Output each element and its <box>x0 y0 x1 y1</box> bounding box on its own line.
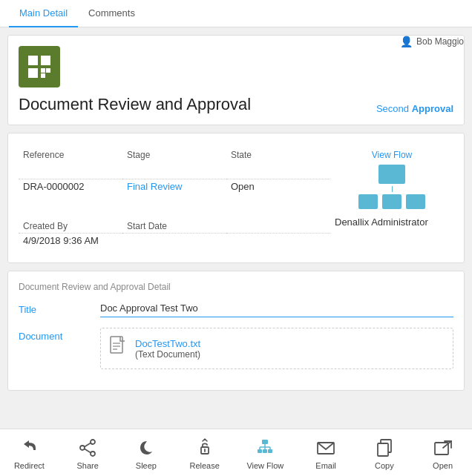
copy-button[interactable]: Copy <box>362 435 407 472</box>
svg-line-14 <box>85 449 91 453</box>
start-date-value: 4/9/2018 9:36 AM <box>19 234 122 252</box>
flow-bottom-row <box>358 194 425 209</box>
info-grid: Reference Stage State View Flow DRA-0000… <box>19 144 453 252</box>
svg-point-11 <box>91 452 95 456</box>
share-button[interactable]: Share <box>65 435 110 472</box>
release-button[interactable]: Release <box>183 435 227 472</box>
svg-rect-2 <box>28 68 38 78</box>
user-name: Bob Maggio <box>416 36 464 47</box>
svg-rect-1 <box>41 56 50 65</box>
person-icon: 👤 <box>400 36 413 47</box>
title-label: Title <box>19 301 93 315</box>
open-icon <box>432 437 454 459</box>
flow-bot-box-1 <box>358 194 378 209</box>
share-icon <box>76 437 99 459</box>
document-row: Document DocTestTwo.txt (Text Document) <box>19 328 453 369</box>
header-card: 👤 Bob Maggio Document Review and Approva… <box>7 35 465 125</box>
open-label: Open <box>433 461 453 470</box>
created-by-label: Created By <box>19 215 122 234</box>
sleep-label: Sleep <box>136 461 157 470</box>
doc-filename: DocTestTwo.txt <box>135 338 200 349</box>
title-input[interactable] <box>100 301 453 317</box>
release-icon <box>194 437 216 459</box>
spacer-value <box>122 234 226 252</box>
content-area: 👤 Bob Maggio Document Review and Approva… <box>0 27 472 429</box>
share-label: Share <box>76 461 98 470</box>
detail-card: Document Review and Approval Detail Titl… <box>7 271 465 391</box>
svg-rect-4 <box>46 68 50 73</box>
stage-value: Final Review <box>122 179 226 215</box>
flow-line <box>392 186 393 192</box>
tab-main-detail[interactable]: Main Detail <box>9 0 78 27</box>
release-label: Release <box>189 461 219 470</box>
toolbar: Redirect Share Sleep <box>0 429 472 476</box>
svg-rect-25 <box>268 449 272 453</box>
document-file-box[interactable]: DocTestTwo.txt (Text Document) <box>100 328 453 369</box>
flow-diagram <box>358 165 425 209</box>
start-date-label: Start Date <box>122 215 226 234</box>
email-button[interactable]: Email <box>304 435 348 472</box>
svg-rect-5 <box>41 73 45 78</box>
user-info: 👤 Bob Maggio <box>400 36 464 47</box>
document-label: Document <box>19 328 93 342</box>
doc-file-info: DocTestTwo.txt (Text Document) <box>135 338 200 360</box>
tab-bar: Main Detail Comments <box>0 0 472 27</box>
sleep-icon <box>135 437 157 459</box>
k2-logo <box>19 46 60 87</box>
open-button[interactable]: Open <box>421 435 465 472</box>
state-value: Open <box>226 179 330 215</box>
sleep-button[interactable]: Sleep <box>124 435 168 472</box>
redirect-icon <box>18 437 40 459</box>
copy-icon <box>373 437 396 459</box>
flow-bot-box-3 <box>406 194 425 209</box>
detail-section-title: Document Review and Approval Detail <box>19 282 453 292</box>
state-label: State <box>226 144 330 179</box>
info-card: Reference Stage State View Flow DRA-0000… <box>7 133 465 263</box>
view-flow-toolbar-icon <box>254 437 276 459</box>
document-file-icon <box>110 336 128 361</box>
view-flow-area: View Flow <box>330 144 453 215</box>
svg-rect-28 <box>378 443 388 456</box>
spacer-label <box>226 215 330 234</box>
flow-bot-box-2 <box>382 194 401 209</box>
redirect-button[interactable]: Redirect <box>7 435 51 472</box>
stage-label: Stage <box>122 144 226 179</box>
reference-label: Reference <box>19 144 122 179</box>
svg-rect-0 <box>28 56 38 65</box>
view-flow-label: View Flow <box>246 461 283 470</box>
view-flow-button[interactable]: View Flow <box>240 435 289 472</box>
svg-rect-17 <box>262 440 268 444</box>
svg-point-10 <box>91 440 95 444</box>
email-icon <box>315 437 337 459</box>
svg-rect-3 <box>41 68 45 73</box>
view-flow-label[interactable]: View Flow <box>372 150 412 160</box>
second-approval-link[interactable]: Second Approval <box>376 103 453 114</box>
svg-rect-24 <box>263 449 267 453</box>
svg-rect-23 <box>258 449 262 453</box>
svg-line-13 <box>85 443 91 447</box>
reference-value: DRA-0000002 <box>19 179 122 215</box>
tab-comments[interactable]: Comments <box>78 0 145 27</box>
copy-label: Copy <box>375 461 394 470</box>
title-row: Title <box>19 301 453 317</box>
svg-point-12 <box>80 446 85 450</box>
doc-filetype: (Text Document) <box>135 349 200 360</box>
flow-top-box <box>378 165 405 184</box>
redirect-label: Redirect <box>14 461 45 470</box>
k2-logo-svg <box>26 53 53 80</box>
created-by-value: Denallix Administrator <box>330 215 453 234</box>
email-label: Email <box>315 461 336 470</box>
